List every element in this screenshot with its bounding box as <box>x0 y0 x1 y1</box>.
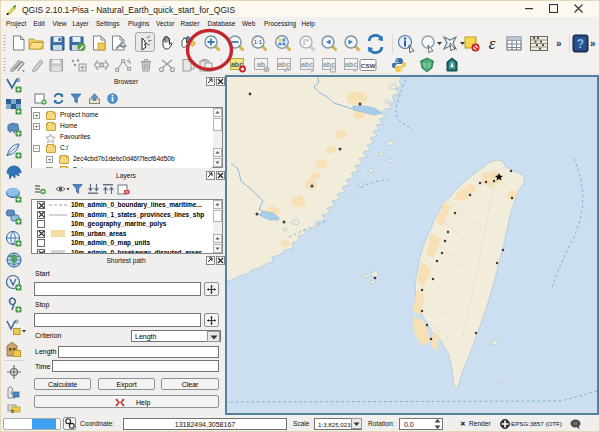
svg-text:abc: abc <box>323 61 335 68</box>
svg-text:ε: ε <box>489 35 496 52</box>
svg-text:CSW: CSW <box>361 62 376 69</box>
svg-text:ab: ab <box>257 61 265 68</box>
svg-text:abc: abc <box>345 61 357 68</box>
svg-text:abc: abc <box>301 61 313 68</box>
svg-text:1:1: 1:1 <box>254 39 263 45</box>
svg-text:?: ? <box>577 37 584 51</box>
svg-text:abc: abc <box>278 61 290 68</box>
